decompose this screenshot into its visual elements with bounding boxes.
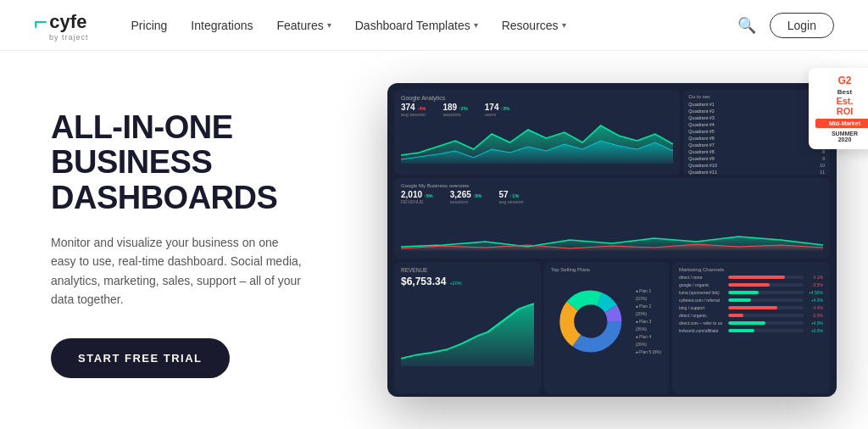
area-chart [401, 117, 673, 164]
kpi2-value: 189↑2% [442, 103, 467, 112]
g2-est: Est. [815, 96, 868, 106]
sales-area-chart [401, 290, 534, 366]
mid-kpi-values: 2,010↑5% REVENUE 3,265↑8% sessions [401, 190, 823, 204]
logo-sub: by traject [49, 33, 89, 42]
sales-panel: REVENUE $6,753.34 +20% [394, 262, 541, 393]
hero-description: Monitor and visualize your business on o… [51, 233, 305, 309]
header-actions: 🔍 Login [737, 13, 834, 38]
g2-roi: ROI [815, 106, 868, 116]
channel-row: direct / organic -3.5% [679, 313, 823, 318]
kpi1-value: 374↓4% [401, 103, 426, 112]
channels-title: Marketing Channels [679, 267, 823, 272]
list-item: Quadrant #22 [688, 109, 825, 114]
features-arrow-icon: ▾ [327, 20, 331, 30]
login-button[interactable]: Login [770, 13, 834, 38]
top-selling-title: Top Selling Plans [551, 267, 662, 272]
list-item: Quadrant #1010 [688, 163, 825, 168]
marketing-channels-panel: Marketing Channels direct / none 4.1% go… [672, 262, 830, 393]
mid-kpi3: 57↑1% [498, 190, 523, 199]
channel-row: google / organic -3.5% [679, 282, 823, 287]
channel-row: direct / none 4.1% [679, 275, 823, 280]
mid-area-chart [401, 204, 823, 251]
dashboard-top-row: Google Analytics 374↓4% avg session 189↑… [394, 90, 830, 175]
list-item: Quadrant #11 [688, 102, 825, 107]
site-header: ⌐ cyfe by traject Pricing Integrations F… [0, 0, 868, 51]
kpi1-badge: ↓4% [417, 106, 426, 111]
kpi3-badge: ↑3% [500, 106, 509, 111]
google-analytics-panel: Google Analytics 374↓4% avg session 189↑… [394, 90, 680, 175]
nav-features[interactable]: Features ▾ [276, 19, 331, 32]
g2-logo: G2 [815, 75, 868, 86]
start-free-trial-button[interactable]: START FREE TRIAL [51, 338, 230, 378]
logo-slash: ⌐ [34, 8, 47, 36]
donut-legend: ● Plan 1 (10%) ● Plan 2 (20%) ● Plan 3 (… [636, 287, 662, 356]
kpi2-badge: ↑2% [459, 106, 468, 111]
g2-mid: Mid-Market [815, 119, 868, 128]
analytics-label: Google Analytics [401, 95, 673, 101]
google-analytics-revenue-panel: Google My Business overview 2,010↑5% REV… [394, 178, 830, 259]
mid-kpi2: 3,265↑8% [450, 190, 482, 199]
list-panel-title: Go to sec [688, 94, 825, 99]
nav-dashboard-templates[interactable]: Dashboard Templates ▾ [355, 19, 478, 32]
list-item: Quadrant #66 [688, 136, 825, 141]
logo-text: cyfe [49, 11, 86, 33]
resources-arrow-icon: ▾ [562, 20, 566, 30]
channel-row: bing / support 4.4% [679, 305, 823, 310]
svg-point-5 [575, 305, 606, 337]
sales-badge: +20% [449, 281, 461, 286]
top-selling-panel: Top Selling Plans [544, 262, 669, 393]
list-item: Quadrant #99 [688, 156, 825, 161]
g2-best: Best [815, 88, 868, 96]
main-content: ALL-IN-ONE BUSINESS DASHBOARDS Monitor a… [0, 51, 868, 429]
kpi-values: 374↓4% avg session 189↑2% sessions [401, 103, 673, 117]
list-item: Quadrant #33 [688, 115, 825, 120]
dashboard-preview: G2 Best Est. ROI Mid-Market SUMMER 2020 … [373, 51, 868, 429]
channel-row: lmfworld.com/affiliate +2.0% [679, 328, 823, 333]
dashboard-mockup: Google Analytics 374↓4% avg session 189↑… [387, 83, 837, 397]
list-item: Quadrant #88 [688, 149, 825, 154]
main-nav: Pricing Integrations Features ▾ Dashboar… [131, 19, 737, 32]
sales-title: REVENUE [401, 267, 534, 273]
dashboard-mid-row: Google My Business overview 2,010↑5% REV… [394, 178, 830, 259]
nav-pricing[interactable]: Pricing [131, 19, 168, 32]
sales-value: $6,753.34 [401, 276, 446, 287]
g2-badge: G2 Best Est. ROI Mid-Market SUMMER 2020 [809, 68, 868, 149]
list-item: Quadrant #44 [688, 122, 825, 127]
nav-integrations[interactable]: Integrations [191, 19, 253, 32]
list-item: Quadrant #1111 [688, 170, 825, 175]
search-button[interactable]: 🔍 [737, 16, 756, 35]
channel-row: luma (sponsored link) +4.50% [679, 290, 823, 295]
g2-summer: SUMMER 2020 [815, 131, 868, 142]
channel-row: direct.com – refer to us +4.0% [679, 320, 823, 326]
hero-section: ALL-IN-ONE BUSINESS DASHBOARDS Monitor a… [0, 51, 373, 429]
donut-chart: ● Plan 1 (10%) ● Plan 2 (20%) ● Plan 3 (… [551, 275, 662, 368]
hero-title: ALL-IN-ONE BUSINESS DASHBOARDS [51, 110, 339, 216]
channel-row: cyfetest.com / referral +4.0% [679, 298, 823, 303]
dashboard-templates-arrow-icon: ▾ [474, 20, 478, 30]
logo[interactable]: ⌐ cyfe by traject [34, 8, 89, 42]
dashboard-bottom-row: REVENUE $6,753.34 +20% [394, 262, 830, 393]
mid-label: Google My Business overview [401, 183, 823, 188]
nav-resources[interactable]: Resources ▾ [502, 19, 566, 32]
list-item: Quadrant #77 [688, 142, 825, 148]
list-item: Quadrant #55 [688, 129, 825, 134]
channels-list: direct / none 4.1% google / organic -3.5… [679, 275, 823, 333]
mid-kpi1: 2,010↑5% [401, 190, 433, 199]
kpi3-value: 174↑3% [485, 103, 509, 112]
list-items: Quadrant #11Quadrant #22Quadrant #33Quad… [688, 102, 825, 175]
